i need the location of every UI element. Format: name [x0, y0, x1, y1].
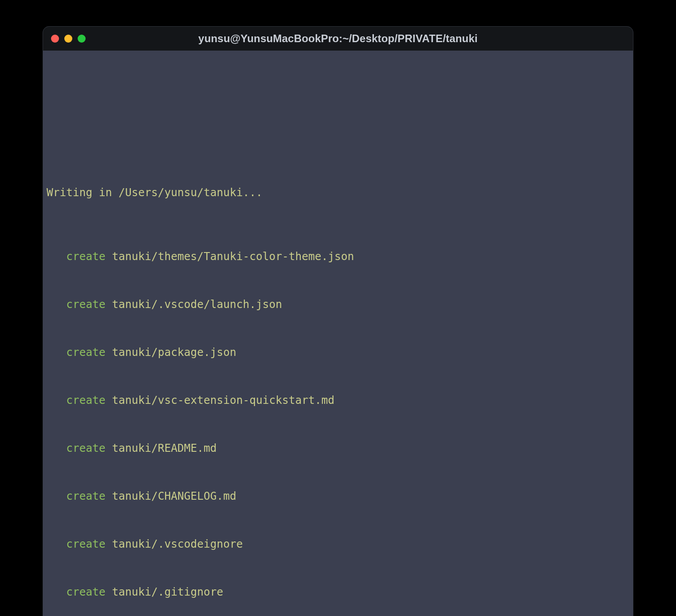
create-verb: create — [66, 346, 106, 359]
create-line: create tanuki/package.json — [47, 344, 629, 360]
create-verb: create — [66, 490, 106, 502]
create-verb: create — [66, 394, 106, 407]
create-verb: create — [66, 442, 106, 454]
terminal-window: yunsu@YunsuMacBookPro:~/Desktop/PRIVATE/… — [43, 27, 633, 616]
close-icon[interactable] — [51, 35, 59, 43]
create-path: tanuki/README.md — [112, 442, 217, 454]
create-path: tanuki/vsc-extension-quickstart.md — [112, 394, 335, 407]
create-line: create tanuki/.gitignore — [47, 584, 629, 600]
create-verb: create — [66, 250, 106, 263]
create-path: tanuki/.vscodeignore — [112, 537, 243, 550]
terminal-output: Writing in /Users/yunsu/tanuki... create… — [47, 153, 629, 616]
create-verb: create — [66, 585, 106, 598]
create-path: tanuki/themes/Tanuki-color-theme.json — [112, 250, 354, 263]
create-line: create tanuki/themes/Tanuki-color-theme.… — [47, 249, 629, 265]
create-line: create tanuki/README.md — [47, 440, 629, 456]
create-path: tanuki/package.json — [112, 346, 236, 359]
output-line: Writing in /Users/yunsu/tanuki... — [47, 185, 629, 201]
create-line: create tanuki/.vscodeignore — [47, 536, 629, 552]
create-path: tanuki/CHANGELOG.md — [112, 490, 236, 502]
create-path: tanuki/.vscode/launch.json — [112, 298, 283, 311]
window-title: yunsu@YunsuMacBookPro:~/Desktop/PRIVATE/… — [43, 32, 633, 45]
create-line: create tanuki/CHANGELOG.md — [47, 488, 629, 504]
minimize-icon[interactable] — [64, 35, 72, 43]
create-line: create tanuki/vsc-extension-quickstart.m… — [47, 392, 629, 408]
create-line: create tanuki/.vscode/launch.json — [47, 296, 629, 312]
create-verb: create — [66, 298, 106, 311]
zoom-icon[interactable] — [78, 35, 86, 43]
terminal-body[interactable]: Writing in /Users/yunsu/tanuki... create… — [43, 51, 633, 616]
create-path: tanuki/.gitignore — [112, 585, 224, 598]
create-verb: create — [66, 537, 106, 550]
traffic-lights — [51, 35, 86, 43]
titlebar: yunsu@YunsuMacBookPro:~/Desktop/PRIVATE/… — [43, 27, 633, 51]
